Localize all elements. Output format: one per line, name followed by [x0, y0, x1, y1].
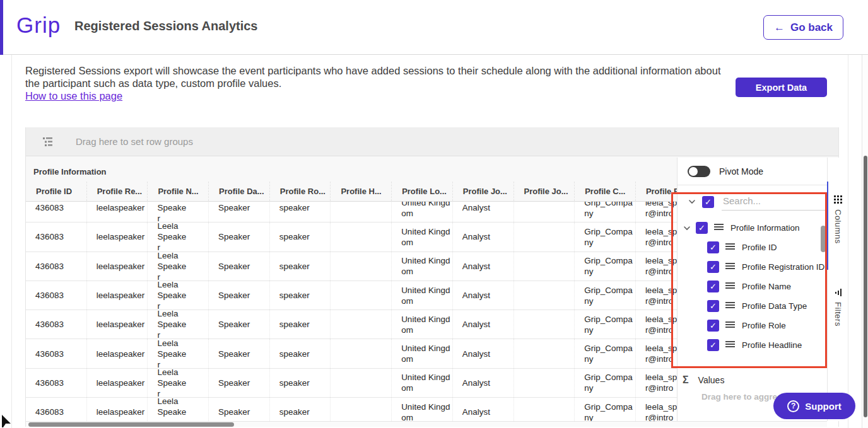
column-header[interactable]: Profile C... — [575, 182, 636, 201]
grid-cell[interactable]: speaker — [270, 339, 331, 367]
grid-cell[interactable]: Leela Speake r — [148, 398, 209, 421]
how-to-use-link[interactable]: How to use this page — [25, 90, 122, 102]
grid-cell[interactable]: Grip_Compa ny — [575, 223, 636, 251]
grid-cell[interactable] — [331, 202, 392, 222]
grid-cell[interactable]: Speaker — [209, 252, 270, 281]
grid-cell[interactable] — [331, 369, 392, 397]
grid-cell[interactable]: 436083 — [26, 223, 87, 251]
grid-cell[interactable] — [514, 339, 575, 367]
grid-cell[interactable]: 436083 — [26, 252, 87, 281]
grid-cell[interactable]: Leela Speake r — [148, 223, 209, 251]
grid-cell[interactable]: United Kingd om — [392, 281, 453, 309]
grid-cell[interactable]: Grip_Compa ny — [575, 310, 636, 338]
grid-cell[interactable]: leelaspeaker — [87, 252, 148, 281]
column-header[interactable]: Profile Ro... — [270, 182, 331, 201]
tab-filters[interactable]: Filters — [828, 289, 848, 364]
column-group-item[interactable]: ✓ Profile Information — [677, 218, 827, 238]
field-checkbox[interactable]: ✓ — [707, 320, 719, 332]
grid-cell[interactable]: Analyst — [453, 310, 514, 338]
tab-columns[interactable]: Columns — [828, 195, 848, 290]
column-field-item[interactable]: ✓Profile Role — [677, 316, 827, 335]
group-checkbox[interactable]: ✓ — [696, 222, 708, 234]
grid-cell[interactable]: Grip_Compa ny — [575, 339, 636, 367]
grid-cell[interactable] — [514, 252, 575, 281]
grid-cell[interactable]: speaker — [270, 252, 331, 281]
column-header[interactable]: Profile Re... — [87, 182, 148, 201]
grid-cell[interactable] — [331, 223, 392, 251]
grid-cell[interactable]: United Kingd om — [392, 310, 453, 338]
field-checkbox[interactable]: ✓ — [707, 281, 719, 292]
grid-cell[interactable]: leelaspeaker — [87, 223, 148, 251]
grid-cell[interactable] — [514, 281, 575, 309]
grid-cell[interactable]: Leela Speake r — [148, 281, 209, 309]
grid-cell[interactable] — [331, 281, 392, 309]
grid-cell[interactable]: leelaspeaker — [87, 398, 148, 421]
column-header[interactable]: Profile Jo... — [514, 182, 575, 201]
column-field-item[interactable]: ✓Profile ID — [677, 238, 827, 257]
grid-cell[interactable]: speaker — [270, 398, 331, 421]
grid-cell[interactable]: Speaker — [209, 281, 270, 309]
go-back-button[interactable]: ← Go back — [763, 15, 843, 40]
panel-scrollbar-thumb[interactable] — [821, 226, 826, 252]
grid-cell[interactable]: Analyst — [453, 369, 514, 397]
drag-handle-icon[interactable] — [725, 302, 735, 310]
grid-cell[interactable]: 436083 — [26, 310, 87, 338]
column-header[interactable]: Profile Jo... — [453, 182, 514, 201]
grid-cell[interactable]: leelaspeaker — [87, 281, 148, 309]
field-checkbox[interactable]: ✓ — [707, 241, 719, 253]
grid-cell[interactable] — [514, 398, 575, 421]
grid-cell[interactable] — [331, 252, 392, 281]
grid-cell[interactable]: Grip_Compa ny — [575, 281, 636, 309]
grid-cell[interactable]: United Kingd om — [392, 223, 453, 251]
grid-cell[interactable]: Analyst — [453, 202, 514, 222]
column-field-item[interactable]: ✓Profile Data Type — [677, 296, 827, 316]
grid-cell[interactable]: leelaspeaker — [87, 369, 148, 397]
grid-cell[interactable]: 436083 — [26, 339, 87, 367]
grid-cell[interactable]: 436083 — [26, 369, 87, 397]
grid-cell[interactable] — [514, 223, 575, 251]
support-button[interactable]: ? Support — [773, 393, 855, 419]
grid-cell[interactable]: speaker — [270, 369, 331, 397]
drag-handle-icon[interactable] — [714, 224, 724, 232]
column-field-item[interactable]: ✓Profile Registration ID — [677, 257, 827, 277]
grid-cell[interactable]: Speaker — [209, 369, 270, 397]
grid-cell[interactable]: speaker — [270, 281, 331, 309]
pivot-mode-toggle[interactable] — [688, 166, 710, 177]
grid-cell[interactable] — [331, 339, 392, 367]
grid-cell[interactable]: Grip_Compa ny — [575, 252, 636, 281]
grid-cell[interactable]: Leela Speake r — [148, 339, 209, 367]
column-search-input[interactable] — [722, 193, 826, 211]
column-header[interactable]: Profile Lo... — [392, 182, 453, 201]
grid-cell[interactable]: 436083 — [26, 281, 87, 309]
field-checkbox[interactable]: ✓ — [707, 261, 719, 273]
grid-horizontal-scrollbar-thumb[interactable] — [28, 422, 234, 427]
grid-cell[interactable] — [331, 310, 392, 338]
grid-cell[interactable]: speaker — [270, 310, 331, 338]
grid-cell[interactable]: Analyst — [453, 398, 514, 421]
grid-cell[interactable]: Analyst — [453, 281, 514, 309]
grid-cell[interactable]: leelaspeaker — [87, 202, 148, 222]
grid-cell[interactable] — [331, 398, 392, 421]
grid-cell[interactable]: United Kingd om — [392, 398, 453, 421]
grid-cell[interactable]: Speaker — [209, 339, 270, 367]
export-data-button[interactable]: Export Data — [736, 78, 827, 97]
grid-cell[interactable]: speaker — [270, 223, 331, 251]
column-header[interactable]: Profile ID — [26, 182, 87, 201]
column-header[interactable]: Profile H... — [331, 182, 392, 201]
grid-cell[interactable]: Leela Speake r — [148, 369, 209, 397]
grid-cell[interactable] — [514, 202, 575, 222]
grid-cell[interactable] — [514, 369, 575, 397]
column-header[interactable]: Profile N... — [148, 182, 209, 201]
field-checkbox[interactable]: ✓ — [707, 300, 719, 312]
grid-cell[interactable]: 436083 — [26, 202, 87, 222]
grid-cell[interactable]: Speaker — [209, 398, 270, 421]
grid-cell[interactable]: Grip_Compa ny — [575, 398, 636, 421]
collapse-all-chevron-icon[interactable] — [688, 197, 696, 206]
grid-cell[interactable]: Speaker — [209, 202, 270, 222]
grid-cell[interactable]: Grip_Compa ny — [575, 202, 636, 222]
grid-cell[interactable]: leelaspeaker — [87, 339, 148, 367]
grid-cell[interactable]: Analyst — [453, 252, 514, 281]
grid-cell[interactable]: Speaker — [209, 310, 270, 338]
column-header[interactable]: Profile Da... — [209, 182, 270, 201]
grid-cell[interactable]: United Kingd om — [392, 339, 453, 367]
